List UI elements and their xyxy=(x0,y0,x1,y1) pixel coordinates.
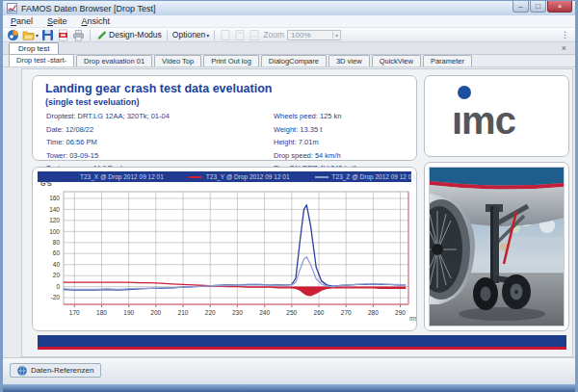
chart-box: -200204060801001201401601701801902002102… xyxy=(32,167,417,331)
y-tick-label: 80 xyxy=(53,239,61,246)
minimize-button[interactable]: – xyxy=(512,1,529,13)
y-tick-label: 160 xyxy=(49,195,60,201)
detail-time: Time: 06:56 PM xyxy=(46,138,170,146)
legend-series-label: T23_Y @ Drop 2012 09 12 01 xyxy=(206,173,290,180)
subtab-dialogcompare[interactable]: DialogCompare xyxy=(261,55,327,66)
menu-bar: Panel Seite Ansicht xyxy=(3,15,575,28)
subtab-quickview[interactable]: QuickView xyxy=(372,55,421,66)
daten-referenzen-label: Daten-Referenzen xyxy=(31,366,93,375)
stripe-red-line xyxy=(38,347,566,350)
page-prev-button[interactable] xyxy=(234,29,246,41)
app-icon xyxy=(7,3,17,13)
x-tick-label: 280 xyxy=(368,309,379,316)
subtab-print-out-log[interactable]: Print Out log xyxy=(203,55,259,66)
tab-drop-test[interactable]: Drop test xyxy=(9,42,59,54)
y-tick-label: 100 xyxy=(49,228,60,235)
test-details-left: Droptest: DRT.LG 12AA; 320Tk; 01-04 Date… xyxy=(46,112,170,172)
x-tick-label: 250 xyxy=(286,309,297,316)
page-icon xyxy=(220,29,231,41)
open-dropdown-arrow[interactable]: ▾ xyxy=(36,32,39,39)
detail-wheels-speed: Wheels peed: 125 kn xyxy=(274,112,355,120)
zoom-label: Zoom xyxy=(263,30,284,39)
title-bar[interactable]: FAMOS Daten Browser [Drop Test] – □ × xyxy=(3,1,575,15)
zoom-dropdown-arrow[interactable]: ▾ xyxy=(332,32,340,39)
x-tick-label: 290 xyxy=(395,309,406,316)
subtab-drop-test-start[interactable]: Drop test -start- xyxy=(9,54,74,66)
legend-swatch-icon xyxy=(63,176,76,178)
legend-swatch-icon xyxy=(189,176,202,178)
legend-item[interactable]: T23_Z @ Drop 2012 09 12 01 xyxy=(315,173,415,180)
imc-logo-dot-icon xyxy=(458,86,471,99)
x-tick-label: 210 xyxy=(178,309,189,316)
open-button[interactable]: ▾ xyxy=(22,29,39,41)
toolbar-overflow-icon[interactable]: ⋮ xyxy=(561,30,571,39)
x-axis-unit-label: ms xyxy=(409,315,416,322)
x-tick-label: 270 xyxy=(341,309,352,316)
x-tick-label: 200 xyxy=(150,309,161,316)
crash-test-chart[interactable]: -200204060801001201401601701801902002102… xyxy=(33,168,416,330)
subtab-parameter[interactable]: Parameter xyxy=(423,55,472,66)
export-pdf-button[interactable] xyxy=(57,29,69,41)
test-info-box: Landing gear crash test data eveluation … xyxy=(32,75,417,161)
famos-icon xyxy=(7,29,19,41)
legend-series-label: T23_Z @ Drop 2012 09 12 01 xyxy=(332,173,415,180)
legend-series-label: T23_X @ Drop 2012 09 12 01 xyxy=(80,173,164,180)
tab-close-icon[interactable]: × xyxy=(562,43,566,54)
page-title: Landing gear crash test data eveluation xyxy=(45,82,272,95)
imc-logo-box: ımc xyxy=(424,75,569,157)
famos-home-button[interactable] xyxy=(7,29,19,41)
page-first-button[interactable] xyxy=(220,29,231,41)
maximize-button[interactable]: □ xyxy=(530,1,546,13)
subtab-3d-view[interactable]: 3D view xyxy=(328,55,370,66)
imc-logo-text: ımc xyxy=(452,101,515,140)
detail-droptest: Droptest: DRT.LG 12AA; 320Tk; 01-04 xyxy=(46,112,170,120)
x-tick-label: 170 xyxy=(69,309,80,316)
daten-referenzen-button[interactable]: Daten-Referenzen xyxy=(10,363,101,378)
landing-gear-photo xyxy=(429,167,565,327)
window-bottom-border xyxy=(3,384,575,392)
y-tick-label: 20 xyxy=(53,272,61,278)
document-tab-bar: Drop test × xyxy=(3,42,575,55)
page-subtitle: (single test eveluation) xyxy=(45,97,140,107)
menu-ansicht[interactable]: Ansicht xyxy=(82,16,111,26)
close-button[interactable]: × xyxy=(547,1,572,13)
design-modus-button[interactable]: Design-Modus xyxy=(95,29,162,41)
x-tick-label: 190 xyxy=(123,309,134,316)
y-tick-label: 140 xyxy=(49,206,60,213)
detail-drop-speed: Drop speed: 54 km/h xyxy=(274,151,355,160)
save-icon xyxy=(41,29,54,41)
pdf-export-icon xyxy=(57,29,69,41)
page-icon xyxy=(234,29,246,41)
page-tab-bar: Drop test -start- Drop evaluation 01 Vid… xyxy=(3,55,575,67)
menu-seite[interactable]: Seite xyxy=(47,16,67,26)
legend-item[interactable]: T23_X @ Drop 2012 09 12 01 xyxy=(63,173,164,180)
status-bar: Daten-Referenzen xyxy=(3,357,575,384)
pencil-icon xyxy=(95,29,108,41)
print-button[interactable] xyxy=(72,29,85,41)
menu-panel[interactable]: Panel xyxy=(11,16,33,26)
optionen-label: Optionen xyxy=(172,30,206,39)
zoom-combobox[interactable]: 100% ▾ xyxy=(287,30,341,40)
subtab-video-top[interactable]: Video Top xyxy=(154,55,201,66)
optionen-button[interactable]: Optionen ▾ xyxy=(172,30,210,39)
x-tick-label: 260 xyxy=(314,309,325,316)
save-button[interactable] xyxy=(41,29,54,41)
y-tick-label: -20 xyxy=(51,294,61,301)
toolbar-separator xyxy=(90,30,91,40)
x-tick-label: 230 xyxy=(232,309,243,316)
subtab-drop-evaluation-01[interactable]: Drop evaluation 01 xyxy=(76,55,152,66)
test-details-right: Wheels peed: 125 kn Weight: 13.35 t Heig… xyxy=(274,112,355,172)
legend-swatch-icon xyxy=(315,176,328,178)
toolbar-separator xyxy=(214,30,215,40)
optionen-dropdown-arrow: ▾ xyxy=(206,32,209,39)
zoom-value: 100% xyxy=(291,31,310,39)
decorative-stripe-bar xyxy=(38,335,566,350)
legend-item[interactable]: T23_Y @ Drop 2012 09 12 01 xyxy=(189,173,290,180)
detail-tower: Tower: 03-09-15 xyxy=(46,151,170,160)
design-modus-label: Design-Modus xyxy=(109,30,162,39)
page-next-button[interactable] xyxy=(249,29,260,41)
y-tick-label: 0 xyxy=(56,283,60,290)
data-references-icon xyxy=(17,366,27,376)
toolbar-separator xyxy=(167,30,168,40)
y-tick-label: 60 xyxy=(53,249,61,256)
